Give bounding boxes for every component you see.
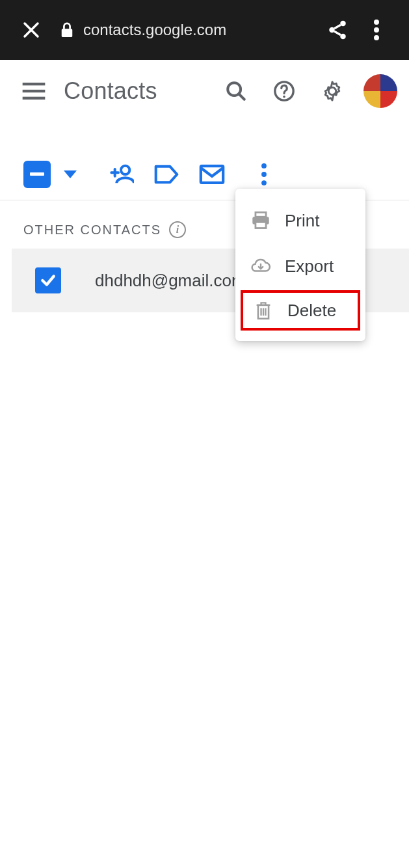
add-contact-button[interactable]: [107, 160, 135, 189]
section-label: OTHER CONTACTS: [23, 223, 161, 237]
share-button[interactable]: [321, 13, 354, 47]
svg-rect-9: [23, 97, 46, 100]
more-actions-button[interactable]: [250, 160, 278, 189]
print-icon: [250, 210, 272, 232]
svg-point-3: [340, 34, 346, 40]
menu-item-delete[interactable]: Delete: [241, 290, 360, 331]
svg-rect-15: [201, 166, 223, 183]
account-avatar[interactable]: [363, 74, 397, 108]
menu-item-label: Export: [285, 256, 334, 277]
svg-point-13: [283, 96, 285, 98]
url-bar[interactable]: contacts.google.com: [60, 21, 226, 39]
svg-point-2: [329, 27, 335, 33]
close-icon: [21, 20, 41, 40]
svg-point-4: [374, 20, 379, 25]
person-add-icon: [108, 164, 134, 185]
menu-item-label: Delete: [287, 301, 336, 321]
menu-item-print[interactable]: Print: [235, 198, 365, 243]
contact-email: dhdhdh@gmail.com: [95, 271, 246, 291]
close-tab-button[interactable]: [16, 14, 47, 46]
svg-point-5: [374, 27, 379, 33]
svg-point-16: [261, 163, 267, 169]
more-actions-menu: Print Export Delete: [235, 189, 365, 341]
svg-rect-0: [62, 29, 73, 37]
search-icon: [225, 80, 247, 102]
trash-icon: [252, 299, 274, 321]
svg-rect-19: [256, 212, 266, 217]
selection-dropdown[interactable]: [64, 170, 77, 178]
svg-point-18: [261, 180, 267, 185]
help-button[interactable]: [265, 72, 304, 111]
label-icon: [154, 165, 179, 184]
svg-point-17: [261, 172, 267, 177]
indeterminate-icon: [30, 172, 44, 176]
contact-checkbox[interactable]: [35, 267, 61, 293]
search-button[interactable]: [217, 72, 256, 111]
gear-icon: [321, 80, 343, 102]
vertical-dots-icon: [374, 20, 379, 40]
select-all-checkbox[interactable]: [23, 161, 51, 188]
cloud-download-icon: [250, 255, 272, 277]
lock-icon: [60, 21, 74, 38]
page-title: Contacts: [64, 77, 157, 105]
svg-point-1: [340, 21, 346, 26]
svg-rect-8: [23, 90, 46, 92]
browser-menu-button[interactable]: [360, 13, 393, 47]
menu-item-export[interactable]: Export: [235, 243, 365, 289]
check-icon: [40, 272, 57, 289]
help-icon: [273, 80, 295, 102]
svg-rect-7: [23, 83, 46, 85]
menu-button[interactable]: [16, 73, 52, 109]
browser-chrome-bar: contacts.google.com: [0, 0, 409, 60]
vertical-dots-icon: [261, 163, 267, 185]
settings-button[interactable]: [313, 72, 352, 111]
mail-icon: [199, 164, 225, 185]
email-button[interactable]: [198, 160, 226, 189]
svg-rect-21: [256, 222, 266, 228]
app-header: Contacts: [0, 60, 409, 122]
hamburger-icon: [22, 83, 46, 100]
svg-point-6: [374, 35, 379, 40]
url-text: contacts.google.com: [83, 21, 226, 39]
label-button[interactable]: [152, 160, 181, 189]
share-icon: [326, 19, 349, 41]
svg-point-14: [121, 165, 129, 174]
info-icon[interactable]: i: [169, 221, 186, 238]
menu-item-label: Print: [285, 211, 319, 231]
svg-line-11: [239, 94, 244, 100]
